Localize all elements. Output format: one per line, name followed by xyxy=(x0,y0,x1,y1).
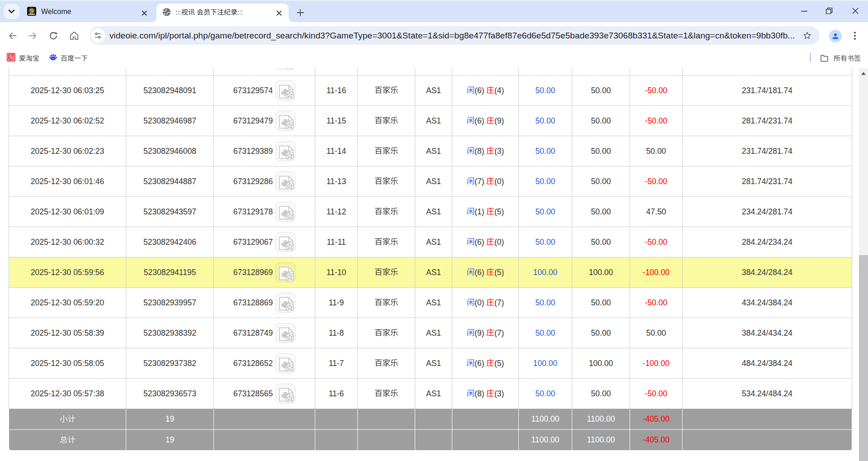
svg-text:du: du xyxy=(52,57,54,60)
